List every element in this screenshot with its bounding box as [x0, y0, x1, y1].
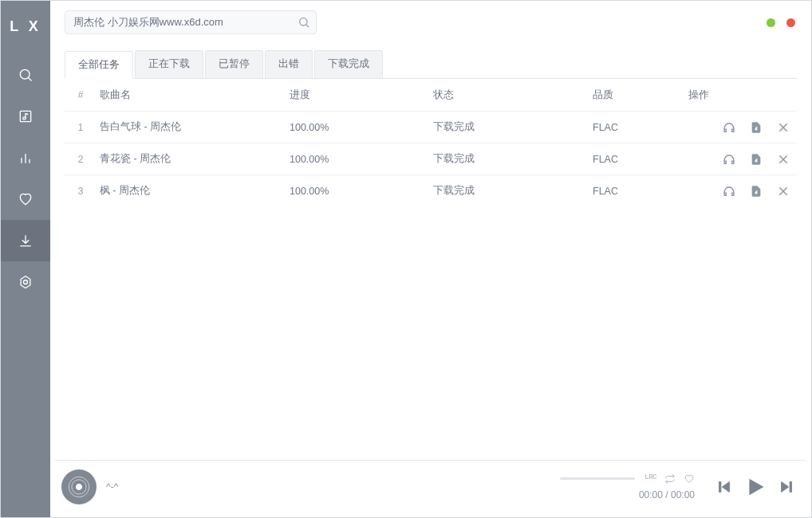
svg-line-1	[28, 77, 31, 80]
cell-quality: FLAC	[589, 122, 685, 133]
cell-idx: 2	[65, 154, 97, 165]
cell-quality: FLAC	[589, 186, 685, 197]
track-title: ^-^	[106, 481, 513, 492]
col-progress: 进度	[286, 88, 430, 102]
col-quality: 品质	[589, 88, 685, 102]
tab-3[interactable]: 出错	[265, 50, 313, 78]
svg-rect-23	[719, 481, 721, 492]
music-list-icon	[18, 108, 34, 124]
time-display: 00:00 / 00:00	[639, 489, 695, 500]
cell-ops	[685, 152, 797, 167]
cell-status: 下载完成	[430, 152, 589, 166]
col-ops: 操作	[685, 88, 797, 102]
cell-progress: 100.00%	[286, 154, 430, 165]
topbar	[50, 1, 811, 37]
search-input[interactable]	[65, 10, 317, 34]
table-row[interactable]: 1 告白气球 - 周杰伦 100.00% 下载完成 FLAC	[65, 111, 797, 143]
col-name: 歌曲名	[97, 88, 286, 102]
col-status: 状态	[430, 88, 589, 102]
col-idx: #	[65, 89, 97, 100]
svg-rect-26	[790, 481, 791, 492]
cell-name: 告白气球 - 周杰伦	[97, 120, 286, 134]
heart-icon	[18, 191, 34, 207]
nav-downloads[interactable]	[1, 220, 50, 261]
sidebar: L X	[1, 1, 50, 517]
loop-icon[interactable]	[664, 473, 676, 485]
tabs: 全部任务正在下载已暂停出错下载完成	[65, 50, 797, 79]
delete-row-button[interactable]	[776, 120, 790, 135]
nav-search[interactable]	[1, 54, 50, 96]
cell-status: 下载完成	[430, 184, 589, 198]
delete-row-button[interactable]	[776, 152, 790, 167]
cell-progress: 100.00%	[286, 186, 430, 197]
cell-progress: 100.00%	[286, 122, 430, 133]
tab-1[interactable]: 正在下载	[135, 50, 203, 78]
skip-forward-icon	[778, 478, 795, 496]
svg-point-21	[72, 479, 86, 493]
settings-icon	[18, 274, 34, 290]
search-wrap	[65, 10, 317, 34]
play-row-button[interactable]	[722, 120, 736, 135]
minimize-dot[interactable]	[767, 18, 775, 27]
download-table: # 歌曲名 进度 状态 品质 操作 1 告白气球 - 周杰伦 100.00% 下…	[65, 79, 797, 460]
nav-favorites[interactable]	[1, 179, 50, 220]
playback-controls	[715, 476, 795, 498]
svg-marker-7	[21, 277, 30, 288]
table-row[interactable]: 3 枫 - 周杰伦 100.00% 下载完成 FLAC	[65, 175, 797, 206]
play-row-button[interactable]	[722, 152, 736, 167]
cell-status: 下载完成	[430, 120, 589, 134]
search-button[interactable]	[296, 14, 312, 30]
svg-marker-22	[722, 481, 729, 492]
logo: L X	[10, 7, 41, 54]
chart-icon	[18, 150, 34, 166]
table-header: # 歌曲名 进度 状态 品质 操作	[65, 79, 797, 111]
svg-point-0	[20, 69, 30, 79]
play-row-button[interactable]	[722, 184, 736, 198]
svg-line-10	[306, 25, 309, 27]
player-bar: ^-^ LRC 00:00 / 00:00	[55, 460, 806, 512]
locate-file-button[interactable]	[749, 184, 763, 198]
cell-ops	[685, 184, 797, 198]
window-controls	[767, 18, 795, 27]
like-icon[interactable]	[684, 473, 695, 485]
search-icon	[18, 67, 34, 83]
cell-name: 青花瓷 - 周杰伦	[97, 152, 286, 166]
locate-file-button[interactable]	[749, 152, 763, 167]
tab-4[interactable]: 下载完成	[314, 50, 383, 78]
svg-marker-24	[750, 479, 763, 494]
main: 全部任务正在下载已暂停出错下载完成 # 歌曲名 进度 状态 品质 操作 1 告白…	[50, 1, 811, 517]
svg-marker-25	[782, 481, 789, 492]
nav-library[interactable]	[1, 96, 50, 137]
album-disc[interactable]	[61, 469, 97, 504]
next-button[interactable]	[778, 478, 795, 496]
cell-name: 枫 - 周杰伦	[97, 184, 286, 198]
cell-idx: 1	[65, 122, 97, 133]
tab-2[interactable]: 已暂停	[205, 50, 263, 78]
cell-quality: FLAC	[589, 154, 685, 165]
play-icon	[744, 476, 767, 498]
svg-point-8	[24, 281, 28, 285]
nav-settings[interactable]	[1, 261, 50, 303]
table-row[interactable]: 2 青花瓷 - 周杰伦 100.00% 下载完成 FLAC	[65, 143, 797, 175]
cell-ops	[685, 120, 797, 135]
nav-charts[interactable]	[1, 137, 50, 179]
disc-icon	[63, 471, 95, 503]
prev-button[interactable]	[715, 478, 733, 496]
lyrics-button[interactable]: LRC	[644, 473, 656, 485]
progress-slider[interactable]	[560, 477, 635, 480]
close-dot[interactable]	[786, 18, 795, 27]
tab-0[interactable]: 全部任务	[65, 51, 133, 79]
play-button[interactable]	[744, 476, 767, 498]
download-icon	[18, 233, 34, 249]
cell-idx: 3	[65, 186, 97, 197]
progress-area: LRC 00:00 / 00:00	[522, 473, 695, 500]
skip-back-icon	[715, 478, 733, 496]
locate-file-button[interactable]	[749, 120, 763, 135]
delete-row-button[interactable]	[776, 184, 790, 198]
svg-point-9	[300, 18, 307, 26]
search-icon	[298, 16, 310, 29]
